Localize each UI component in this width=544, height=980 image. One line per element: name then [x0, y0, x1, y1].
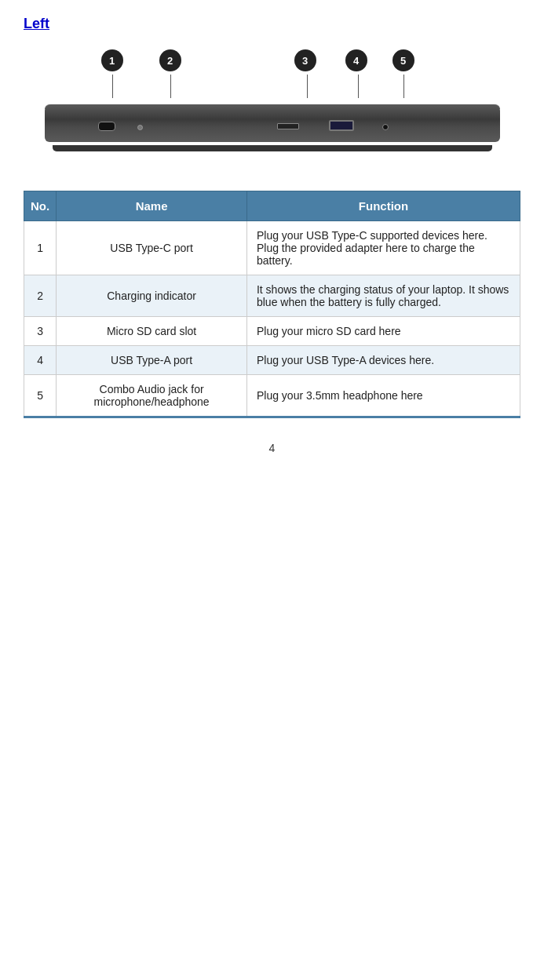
usbc-port-visual: [98, 122, 115, 131]
cell-name: Micro SD card slot: [57, 317, 247, 346]
cell-function: Plug your USB Type-C supported devices h…: [246, 221, 520, 275]
page-number: 4: [24, 442, 520, 454]
col-header-no: No.: [24, 191, 57, 221]
cell-function: It shows the charging status of your lap…: [246, 275, 520, 317]
col-header-function: Function: [246, 191, 520, 221]
col-header-name: Name: [57, 191, 247, 221]
cell-name: Combo Audio jack for microphone/headphon…: [57, 375, 247, 417]
table-row: 2Charging indicatorIt shows the charging…: [24, 275, 520, 317]
cell-function: Plug your micro SD card here: [246, 317, 520, 346]
bubble-3: 3: [294, 49, 316, 71]
cell-no: 4: [24, 346, 57, 375]
microsd-visual: [277, 123, 299, 129]
line-5: [403, 75, 404, 98]
laptop-bottom-strip: [53, 145, 492, 151]
laptop-diagram: 1 2 3 4 5: [24, 46, 520, 172]
table-row: 3Micro SD card slotPlug your micro SD ca…: [24, 317, 520, 346]
led-visual: [137, 125, 143, 130]
cell-no: 5: [24, 375, 57, 417]
audio-visual: [382, 124, 389, 130]
line-4: [358, 75, 359, 98]
bubble-1: 1: [101, 49, 123, 71]
laptop-side-view: [45, 98, 500, 151]
cell-name: USB Type-A port: [57, 346, 247, 375]
connector-lines: [45, 75, 500, 98]
table-row: 1USB Type-C portPlug your USB Type-C sup…: [24, 221, 520, 275]
cell-function: Plug your 3.5mm headphone here: [246, 375, 520, 417]
table-row: 5Combo Audio jack for microphone/headpho…: [24, 375, 520, 417]
line-3: [307, 75, 308, 98]
bubble-5: 5: [392, 49, 414, 71]
cell-name: USB Type-C port: [57, 221, 247, 275]
cell-function: Plug your USB Type-A devices here.: [246, 346, 520, 375]
info-table: No. Name Function 1USB Type-C portPlug y…: [24, 191, 520, 418]
line-2: [170, 75, 171, 98]
cell-name: Charging indicator: [57, 275, 247, 317]
bubbles-row: 1 2 3 4 5: [45, 46, 500, 75]
table-row: 4USB Type-A portPlug your USB Type-A dev…: [24, 346, 520, 375]
cell-no: 3: [24, 317, 57, 346]
bubble-2: 2: [159, 49, 181, 71]
laptop-body: [45, 104, 500, 142]
cell-no: 1: [24, 221, 57, 275]
usba-visual: [329, 120, 354, 131]
bubble-4: 4: [345, 49, 367, 71]
cell-no: 2: [24, 275, 57, 317]
line-1: [112, 75, 113, 98]
page-title: Left: [24, 16, 520, 32]
